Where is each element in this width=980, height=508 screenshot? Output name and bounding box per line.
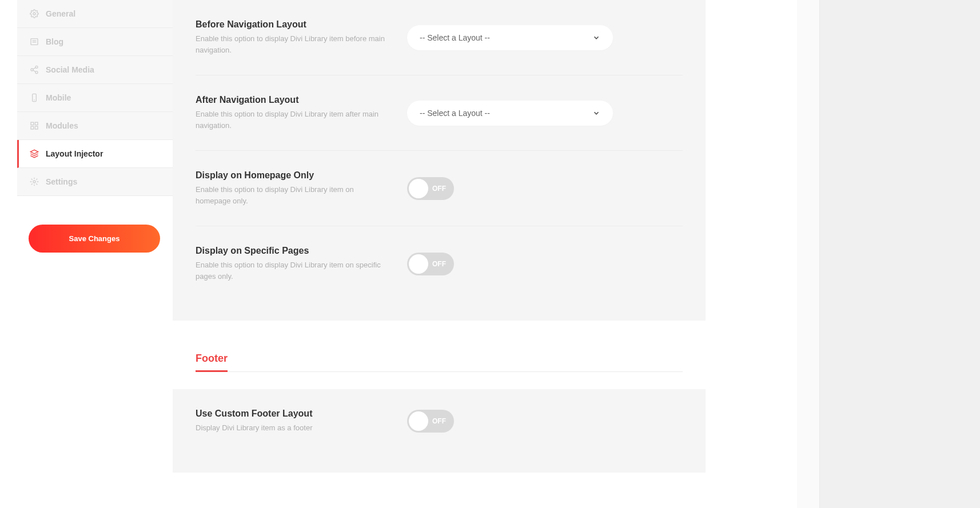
svg-point-0	[33, 13, 35, 15]
sidebar-item-modules[interactable]: Modules	[17, 112, 173, 140]
setting-title: Use Custom Footer Layout	[196, 409, 390, 419]
footer-panel: Use Custom Footer Layout Display Divi Li…	[173, 389, 706, 473]
svg-rect-14	[35, 126, 38, 129]
save-changes-button[interactable]: Save Changes	[29, 225, 160, 253]
toggle-custom-footer[interactable]: OFF	[407, 410, 454, 433]
setting-row: Display on Homepage Only Enable this opt…	[196, 151, 683, 226]
sidebar-item-label: Layout Injector	[46, 149, 103, 158]
toggle-knob	[409, 179, 428, 198]
news-icon	[29, 37, 40, 46]
setting-description: Enable this option to display Divi Libra…	[196, 33, 390, 55]
setting-title: Display on Specific Pages	[196, 246, 390, 256]
sidebar-item-label: General	[46, 9, 75, 18]
setting-description: Enable this option to display Divi Libra…	[196, 109, 390, 131]
svg-point-5	[31, 69, 33, 71]
mobile-icon	[29, 93, 40, 102]
sidebar-item-general[interactable]: General	[17, 0, 173, 28]
sidebar: General Blog Social Media Mobile	[0, 0, 173, 508]
toggle-state-label: OFF	[432, 417, 446, 425]
svg-rect-9	[33, 94, 37, 101]
svg-rect-11	[31, 122, 34, 125]
svg-rect-13	[31, 126, 34, 129]
sidebar-item-label: Social Media	[46, 65, 94, 74]
sidebar-item-social-media[interactable]: Social Media	[17, 56, 173, 84]
gear-icon	[29, 9, 40, 18]
section-title: Footer	[196, 353, 228, 372]
sidebar-item-label: Blog	[46, 37, 63, 46]
svg-point-4	[35, 66, 38, 68]
section-header-footer: Footer	[196, 353, 683, 372]
layout-select-before-nav[interactable]: -- Select a Layout --	[407, 25, 613, 50]
svg-marker-15	[30, 150, 38, 154]
svg-rect-12	[35, 122, 38, 125]
main-content: Before Navigation Layout Enable this opt…	[173, 0, 797, 508]
setting-row: Use Custom Footer Layout Display Divi Li…	[196, 389, 683, 453]
setting-row: Before Navigation Layout Enable this opt…	[196, 0, 683, 75]
sidebar-item-label: Settings	[46, 177, 77, 186]
sidebar-item-label: Mobile	[46, 93, 71, 102]
setting-row: After Navigation Layout Enable this opti…	[196, 75, 683, 151]
right-gutter	[820, 0, 980, 508]
chevron-down-icon	[592, 34, 600, 42]
select-value: -- Select a Layout --	[420, 109, 490, 118]
toggle-knob	[409, 254, 428, 274]
setting-row: Display on Specific Pages Enable this op…	[196, 226, 683, 301]
svg-point-16	[33, 181, 35, 183]
setting-title: After Navigation Layout	[196, 95, 390, 105]
sidebar-item-mobile[interactable]: Mobile	[17, 84, 173, 112]
layers-icon	[29, 149, 40, 158]
select-value: -- Select a Layout --	[420, 33, 490, 42]
settings-panel: Before Navigation Layout Enable this opt…	[173, 0, 706, 321]
svg-line-8	[33, 70, 36, 72]
settings-icon	[29, 177, 40, 186]
sidebar-item-blog[interactable]: Blog	[17, 28, 173, 56]
toggle-specific-pages[interactable]: OFF	[407, 253, 454, 275]
toggle-homepage-only[interactable]: OFF	[407, 177, 454, 200]
setting-description: Enable this option to display Divi Libra…	[196, 259, 390, 282]
layout-select-after-nav[interactable]: -- Select a Layout --	[407, 101, 613, 126]
toggle-state-label: OFF	[432, 260, 446, 268]
svg-point-6	[35, 71, 38, 74]
setting-title: Before Navigation Layout	[196, 19, 390, 30]
sidebar-item-settings[interactable]: Settings	[17, 168, 173, 196]
svg-line-7	[33, 67, 36, 69]
setting-title: Display on Homepage Only	[196, 170, 390, 181]
toggle-state-label: OFF	[432, 185, 446, 193]
chevron-down-icon	[592, 109, 600, 117]
sidebar-item-layout-injector[interactable]: Layout Injector	[17, 140, 173, 168]
toggle-knob	[409, 411, 428, 431]
right-divider	[797, 0, 820, 508]
setting-description: Enable this option to display Divi Libra…	[196, 184, 390, 206]
sidebar-item-label: Modules	[46, 121, 78, 130]
setting-description: Display Divi Library item as a footer	[196, 422, 390, 434]
modules-icon	[29, 121, 40, 130]
share-icon	[29, 65, 40, 74]
